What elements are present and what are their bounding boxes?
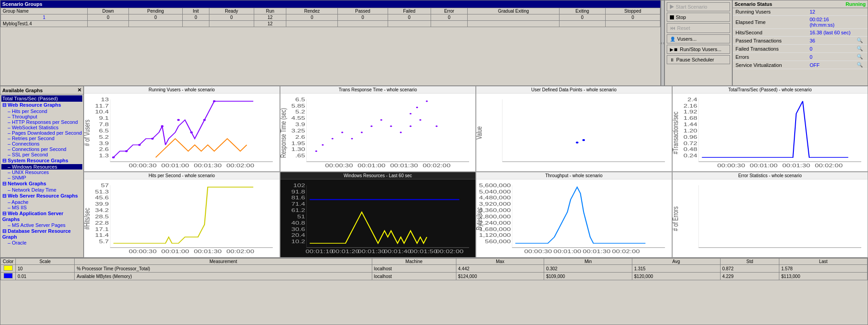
svg-text:45.6: 45.6: [95, 195, 109, 201]
ag-sub-network-delay[interactable]: – Network Delay Time: [1, 187, 82, 193]
vusers-button[interactable]: 👤 Vusers...: [667, 34, 730, 43]
summary-error: 0: [431, 14, 468, 21]
ag-sub-apache[interactable]: – Apache: [1, 199, 82, 205]
scale-2: 0.01: [15, 273, 75, 280]
start-label: Start Scenario: [676, 4, 707, 9]
ag-sub-ms-active[interactable]: – MS Active Server Pages: [1, 222, 82, 228]
ss-value-elapsed: 00:02:16 (hh:mm:ss): [807, 16, 854, 29]
col-scale: Scale: [15, 259, 75, 265]
svg-point-17: [112, 156, 115, 158]
ss-row-service-virt: Service Virtualization OFF 🔍: [733, 61, 868, 69]
summary-run: 12: [254, 14, 286, 21]
svg-point-46: [341, 132, 343, 133]
svg-text:1.92: 1.92: [683, 109, 697, 115]
svg-text:11.4: 11.4: [95, 232, 109, 238]
summary-gradual: [468, 14, 559, 21]
ag-sub-http[interactable]: – HTTP Responses per Second: [1, 119, 82, 125]
ag-sub-oracle[interactable]: – Oracle: [1, 240, 82, 245]
ag-sub-retries[interactable]: – Retries per Second: [1, 136, 82, 141]
col-measurement: Measurement: [75, 259, 372, 265]
col-failed: Failed: [388, 8, 431, 14]
chart-windows-resources-title: Windows Resources - Last 60 sec: [280, 172, 476, 179]
ss-value-errors: 0: [807, 53, 854, 61]
svg-point-22: [177, 119, 180, 121]
chart-windows-resources: Windows Resources - Last 60 sec 102 91.8…: [280, 172, 476, 258]
reset-button[interactable]: ⏮ Reset: [667, 23, 730, 33]
ag-group-db[interactable]: ⊟ Database Server Resource Graph: [1, 228, 82, 240]
ag-sub-snmp[interactable]: – SNMP: [1, 175, 82, 180]
ag-sub-throughput[interactable]: – Throughput: [1, 114, 82, 119]
ag-sub-unix[interactable]: – UNIX Resources: [1, 170, 82, 175]
charts-section: Available Graphs ✕ Total Trans/Sec (Pass…: [0, 86, 868, 258]
start-scenario-button[interactable]: Start Scenario: [667, 2, 730, 11]
summary-passed: 0: [338, 14, 388, 21]
svg-text:4.55: 4.55: [291, 115, 305, 121]
ss-value-vusers: 12: [807, 8, 854, 16]
chart-running-vusers-svg: 13 11.7 10.4 9.1 7.8 6.5 5.2 3.9 2.6 1.3…: [84, 94, 280, 171]
svg-text:91.8: 91.8: [291, 188, 305, 194]
pause-icon: ⏸: [670, 57, 674, 62]
svg-text:00:00:30: 00:00:30: [717, 163, 745, 169]
vusers-label: Vusers...: [677, 36, 697, 42]
pause-scheduler-button[interactable]: ⏸ Pause Scheduler: [667, 55, 730, 64]
ss-row-hits: Hits/Second 16.38 (last 60 sec): [733, 29, 868, 37]
svg-text:00:01:30: 00:01:30: [194, 249, 222, 254]
svg-point-62: [576, 141, 579, 143]
ss-title-text: Scenario Status: [735, 1, 772, 7]
search-icon-errors[interactable]: 🔍: [854, 53, 868, 61]
chart-hits-per-sec-content: 57 51.3 45.6 39.9 34.2 28.5 22.8 17.1 11…: [84, 180, 280, 257]
ag-sub-connections[interactable]: – Connections: [1, 141, 82, 146]
svg-text:0.48: 0.48: [683, 146, 697, 152]
max-2: $124,000: [456, 273, 544, 280]
summary-group-name: 1: [1, 14, 88, 21]
svg-text:00:00:30: 00:00:30: [524, 249, 552, 254]
svg-text:00:02:00: 00:02:00: [612, 249, 640, 254]
max-1: 4.442: [456, 265, 544, 273]
svg-rect-98: [280, 180, 476, 257]
chart-user-defined-svg: Value: [476, 94, 672, 171]
data-row-1-name: MyblogTest1.4: [1, 21, 88, 27]
ag-sub-ssl[interactable]: – SSL per Second: [1, 152, 82, 157]
svg-text:51: 51: [297, 213, 305, 219]
svg-text:22.8: 22.8: [95, 220, 109, 226]
ag-sub-conn-per-sec[interactable]: – Connections per Second: [1, 146, 82, 152]
chart-error-stats-content: # of Errors: [673, 180, 868, 257]
svg-text:Response Time (sec): Response Time (sec): [280, 108, 287, 158]
ag-sub-hits[interactable]: – Hits per Second: [1, 108, 82, 114]
run-stop-vusers-button[interactable]: ▶⏹ Run/Stop Vusers...: [667, 45, 730, 54]
machine-1: localhost: [372, 265, 456, 273]
svg-text:81.6: 81.6: [291, 195, 305, 201]
ag-group-network[interactable]: ⊟ Network Graphs: [1, 180, 82, 187]
ag-sub-websocket[interactable]: – WebSocket Statistics: [1, 125, 82, 130]
ag-group-web-app[interactable]: ⊟ Web Application Server Graphs: [1, 210, 82, 222]
svg-text:5,040,000: 5,040,000: [479, 188, 511, 194]
svg-point-57: [409, 113, 411, 114]
ag-sub-ms-iis[interactable]: – MS IIS: [1, 205, 82, 210]
chart-user-defined-content: Value: [476, 94, 672, 171]
summary-init: 0: [183, 14, 209, 21]
ag-sub-windows-res[interactable]: – Windows Resources: [1, 164, 82, 170]
stop-button[interactable]: Stop: [667, 13, 730, 22]
ag-close-button[interactable]: ✕: [77, 87, 81, 93]
svg-text:00:02:00: 00:02:00: [226, 163, 254, 169]
ag-group-web-server[interactable]: ⊟ Web Server Resource Graphs: [1, 193, 82, 199]
summary-ready: 0: [209, 14, 254, 21]
search-icon-failed[interactable]: 🔍: [854, 45, 868, 53]
svg-text:5.85: 5.85: [291, 103, 305, 108]
svg-text:00:01:00: 00:01:00: [554, 249, 582, 254]
ss-value-failed: 0: [807, 45, 854, 53]
search-icon-service-virt[interactable]: 🔍: [854, 61, 868, 69]
svg-text:.65: .65: [295, 152, 305, 158]
ag-item-total-trans[interactable]: Total Trans/Sec (Passed): [1, 95, 82, 102]
svg-text:20.4: 20.4: [291, 232, 305, 238]
svg-text:7.8: 7.8: [99, 121, 109, 127]
ag-sub-pages[interactable]: – Pages Downloaded per Second: [1, 130, 82, 136]
search-icon-passed[interactable]: 🔍: [854, 37, 868, 45]
chart-total-trans: TotalTrans/Sec (Passed) - whole scenario…: [672, 86, 868, 172]
svg-text:00:02:00: 00:02:00: [422, 163, 451, 169]
stop-icon: [670, 15, 674, 19]
svg-text:00:01:00: 00:01:00: [357, 163, 385, 169]
ss-value-passed: 36: [807, 37, 854, 45]
ag-group-system[interactable]: ⊟ System Resource Graphs: [1, 157, 82, 164]
ag-group-web-resource[interactable]: ⊟ Web Resource Graphs: [1, 102, 82, 108]
